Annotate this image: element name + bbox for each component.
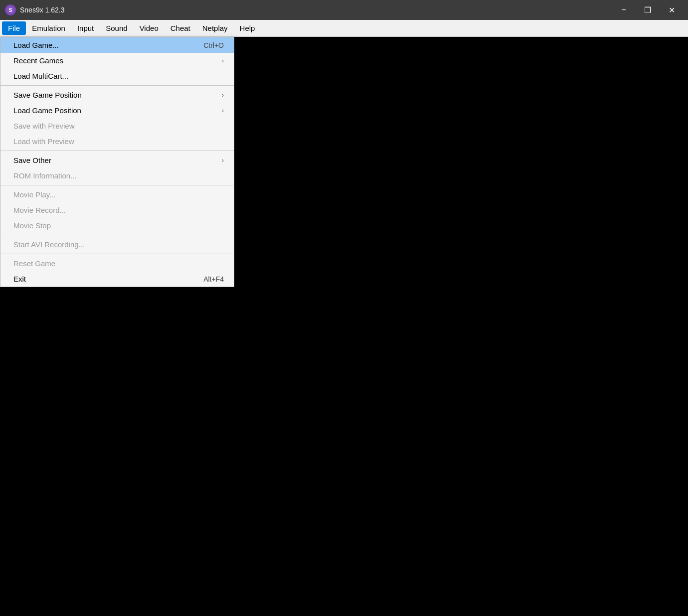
menu-item-recent-games[interactable]: Recent Games › [0,53,234,68]
menu-help[interactable]: Help [234,21,261,35]
titlebar: S Snes9x 1.62.3 − ❐ ✕ [0,0,688,20]
menu-item-label: Load Game Position [13,106,81,115]
menu-item-label: Save Other [13,156,51,164]
window-title: Snes9x 1.62.3 [20,6,612,14]
menu-video[interactable]: Video [134,21,165,35]
menu-sound[interactable]: Sound [100,21,133,35]
restore-button[interactable]: ❐ [636,2,659,18]
menubar: File Emulation Input Sound Video Cheat N… [0,20,688,37]
menu-item-label: Save Game Position [13,91,82,99]
menu-input[interactable]: Input [71,21,100,35]
minimize-button[interactable]: − [612,2,635,18]
menu-item-load-multicart[interactable]: Load MultiCart... [0,68,234,84]
menu-item-label: Recent Games [13,56,63,65]
separator-4 [0,235,234,235]
menu-item-save-other[interactable]: Save Other › [0,153,234,168]
submenu-arrow-icon: › [222,57,224,64]
menu-item-load-game[interactable]: Load Game... Ctrl+O [0,37,234,53]
menu-item-start-avi-recording: Start AVI Recording... [0,237,234,252]
menu-item-load-game-position[interactable]: Load Game Position › [0,103,234,118]
menu-item-movie-record: Movie Record... [0,202,234,218]
menu-item-save-with-preview: Save with Preview [0,118,234,134]
menu-item-rom-information: ROM Information... [0,168,234,183]
menu-item-label: Movie Record... [13,206,66,214]
menu-item-movie-stop: Movie Stop [0,218,234,233]
menu-cheat[interactable]: Cheat [165,21,196,35]
menu-item-label: Movie Play... [13,190,56,199]
file-dropdown-menu: Load Game... Ctrl+O Recent Games › Load … [0,37,234,287]
menu-item-load-with-preview: Load with Preview [0,134,234,149]
submenu-arrow-icon: › [222,107,224,114]
menu-item-label: Reset Game [13,259,55,268]
separator-5 [0,254,234,254]
menu-item-label: Start AVI Recording... [13,240,85,249]
close-button[interactable]: ✕ [660,2,683,18]
menu-item-label: Load Game... [13,41,59,49]
menu-netplay[interactable]: Netplay [196,21,234,35]
menu-item-label: Save with Preview [13,122,75,130]
menu-item-label: ROM Information... [13,171,77,180]
menu-item-shortcut: Ctrl+O [203,41,224,49]
menu-item-label: Movie Stop [13,221,51,230]
menu-item-shortcut: Alt+F4 [203,275,224,283]
separator-1 [0,85,234,86]
app-icon: S [5,4,16,15]
window-controls: − ❐ ✕ [612,2,683,18]
menu-item-save-game-position[interactable]: Save Game Position › [0,87,234,103]
submenu-arrow-icon: › [222,91,224,99]
menu-emulation[interactable]: Emulation [26,21,71,35]
menu-item-label: Load MultiCart... [13,72,68,80]
separator-3 [0,185,234,185]
snes-logo-icon: S [5,4,16,15]
menu-file[interactable]: File [2,21,26,35]
submenu-arrow-icon: › [222,156,224,164]
separator-2 [0,151,234,151]
menu-item-label: Load with Preview [13,137,74,146]
menu-item-exit[interactable]: Exit Alt+F4 [0,271,234,287]
menu-item-reset-game: Reset Game [0,256,234,271]
menu-item-movie-play: Movie Play... [0,187,234,202]
menu-item-label: Exit [13,275,26,283]
